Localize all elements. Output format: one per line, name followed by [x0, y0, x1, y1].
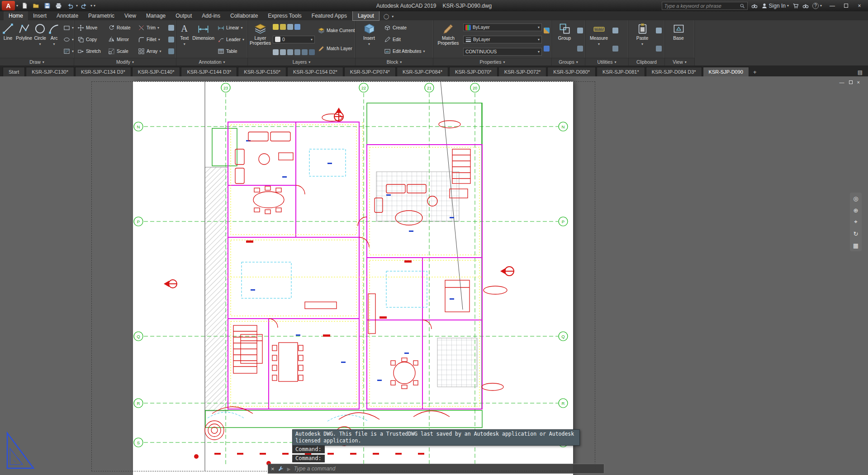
file-tab-ksr-sjp-d072-[interactable]: KSR-SJP-D072*: [498, 67, 547, 76]
command-close-icon[interactable]: ×: [271, 466, 275, 472]
file-tab-ksr-sjp-c154-d2-[interactable]: KSR-SJP-C154 D2*: [287, 67, 343, 76]
new-file-button[interactable]: [19, 1, 29, 10]
new-drawing-tab-button[interactable]: +: [750, 68, 760, 76]
modify-panel-title[interactable]: Modify▾: [74, 58, 176, 66]
move-button[interactable]: Move: [76, 24, 106, 32]
file-tab-ksr-sjp-c150-[interactable]: KSR-SJP-C150*: [238, 67, 286, 76]
help-button[interactable]: ? ▾: [812, 3, 822, 9]
group-button[interactable]: Group: [554, 22, 575, 57]
polyline-button[interactable]: Polyline: [16, 22, 32, 57]
array-button[interactable]: Array▾: [137, 47, 166, 55]
rectangle-button[interactable]: ▾: [62, 24, 75, 32]
restore-button[interactable]: [839, 1, 853, 10]
paste-button[interactable]: Paste▾: [631, 22, 654, 57]
layer-freeze-icon[interactable]: [280, 24, 286, 30]
undo-caret-icon[interactable]: ▾: [76, 4, 78, 8]
layer-on-icon[interactable]: [273, 24, 279, 30]
hatch-button[interactable]: ▾: [62, 47, 75, 55]
file-tab-ksr-sjp-d080-[interactable]: KSR-SJP-D080*: [547, 67, 596, 76]
search-everywhere-button[interactable]: [751, 3, 758, 9]
dimension-button[interactable]: Dimension: [192, 22, 214, 57]
file-tab-ksr-sjp-cp074-[interactable]: KSR-SJP-CP074*: [344, 67, 396, 76]
command-input[interactable]: Type a command: [294, 466, 336, 472]
open-file-button[interactable]: [31, 1, 41, 10]
ribbon-tab-express-tools[interactable]: Express Tools: [263, 11, 306, 20]
redo-button[interactable]: [79, 1, 89, 10]
file-tab-menu-icon[interactable]: ▤: [855, 68, 865, 76]
linetype-dropdown[interactable]: CONTINUOUS ▾: [463, 48, 542, 56]
measure-button[interactable]: Measure▾: [587, 22, 611, 57]
transparency-icon[interactable]: [544, 46, 550, 52]
ribbon-tab-annotate[interactable]: Annotate: [52, 11, 83, 20]
insert-button[interactable]: Insert▾: [357, 22, 381, 57]
leader-button[interactable]: Leader▾: [216, 36, 246, 43]
redo-caret-icon[interactable]: ▾: [90, 4, 92, 8]
edit-attributes-button[interactable]: Edit Attributes▾: [383, 47, 427, 55]
ribbon-tab-output[interactable]: Output: [171, 11, 197, 20]
drawing-restore-button[interactable]: [849, 80, 853, 84]
layers-panel-title[interactable]: Layers▾: [248, 58, 355, 66]
trim-button[interactable]: Trim▾: [137, 24, 166, 32]
ribbon-display-caret-icon[interactable]: ▾: [392, 14, 394, 19]
line-button[interactable]: Line: [2, 22, 14, 57]
drawing-close-button[interactable]: ×: [857, 80, 860, 85]
save-button[interactable]: [42, 1, 52, 10]
groups-panel-title[interactable]: Groups▾: [552, 58, 585, 66]
object-color-dropdown[interactable]: ByLayer ▾: [463, 24, 542, 31]
layer-walk-icon[interactable]: [309, 49, 315, 55]
copy-clip-icon[interactable]: [656, 46, 662, 52]
base-button[interactable]: Base: [667, 22, 690, 57]
file-tab-ksr-sjp-c134-d3-[interactable]: KSR-SJP-C134 D3*: [75, 67, 131, 76]
edit-block-button[interactable]: Edit: [383, 36, 427, 43]
navbar-menu-icon[interactable]: ▦: [851, 241, 860, 250]
app-menu-caret-icon[interactable]: ▾: [16, 4, 18, 8]
rotate-button[interactable]: Rotate: [107, 24, 136, 32]
arc-button[interactable]: Arc▾: [48, 22, 60, 57]
command-customize-wrench-icon[interactable]: [278, 466, 284, 472]
match-layer-button[interactable]: Match Layer: [317, 45, 356, 52]
quick-calc-icon[interactable]: [612, 46, 618, 52]
orbit-icon[interactable]: ↻: [851, 229, 860, 238]
lineweight-dropdown[interactable]: ByLayer ▾: [463, 36, 542, 43]
explode-icon[interactable]: [168, 37, 174, 42]
undo-button[interactable]: [65, 1, 75, 10]
ribbon-tab-home[interactable]: Home: [4, 11, 28, 20]
layer-select-dropdown[interactable]: 0 ▾: [273, 36, 315, 43]
ribbon-tab-view[interactable]: View: [119, 11, 141, 20]
layer-freeze2-icon[interactable]: [294, 49, 300, 55]
plot-button[interactable]: [53, 1, 63, 10]
file-tab-ksr-sjp-c130-[interactable]: KSR-SJP-C130*: [26, 67, 74, 76]
properties-palette-icon[interactable]: [544, 28, 550, 33]
create-block-button[interactable]: Create: [383, 24, 427, 32]
stretch-button[interactable]: Stretch: [76, 47, 106, 55]
id-point-icon[interactable]: [612, 28, 618, 33]
ribbon-tab-insert[interactable]: Insert: [28, 11, 52, 20]
ungroup-icon[interactable]: [577, 28, 583, 33]
layout-paper[interactable]: NNPPQQRRSS23222120: [133, 81, 573, 475]
app-store-button[interactable]: [792, 3, 799, 9]
close-button[interactable]: ×: [853, 1, 866, 10]
ellipse-button[interactable]: ▾: [62, 36, 75, 43]
ribbon-tab-add-ins[interactable]: Add-ins: [197, 11, 225, 20]
copy-button[interactable]: Copy: [76, 36, 106, 43]
annotation-panel-title[interactable]: Annotation▾: [176, 58, 247, 66]
autocad-logo[interactable]: A: [2, 1, 15, 10]
erase-icon[interactable]: [168, 25, 174, 31]
table-button[interactable]: Table: [216, 47, 246, 55]
ribbon-tab-collaborate[interactable]: Collaborate: [225, 11, 263, 20]
make-current-button[interactable]: Make Current: [317, 27, 356, 34]
drawing-canvas[interactable]: NNPPQQRRSS23222120: [0, 76, 868, 475]
file-tab-ksr-sjp-d084-d3-[interactable]: KSR-SJP-D084 D3*: [646, 67, 702, 76]
layer-lock-icon[interactable]: [287, 24, 293, 30]
autodesk-360-button[interactable]: [802, 3, 809, 9]
view-panel-title[interactable]: View▾: [665, 58, 694, 66]
command-line[interactable]: × ▸ Type a command: [268, 464, 604, 474]
layer-properties-button[interactable]: Layer Properties: [250, 22, 271, 57]
file-tab-ksr-sjp-d081-[interactable]: KSR-SJP-D081*: [597, 67, 645, 76]
linear-button[interactable]: Linear▾: [216, 24, 246, 32]
ribbon-tab-layout[interactable]: Layout: [353, 11, 379, 20]
mirror-button[interactable]: Mirror: [107, 36, 136, 43]
search-input[interactable]: Type a keyword or phrase: [662, 2, 748, 10]
properties-panel-title[interactable]: Properties▾: [433, 58, 551, 66]
scale-button[interactable]: Scale: [107, 47, 136, 55]
